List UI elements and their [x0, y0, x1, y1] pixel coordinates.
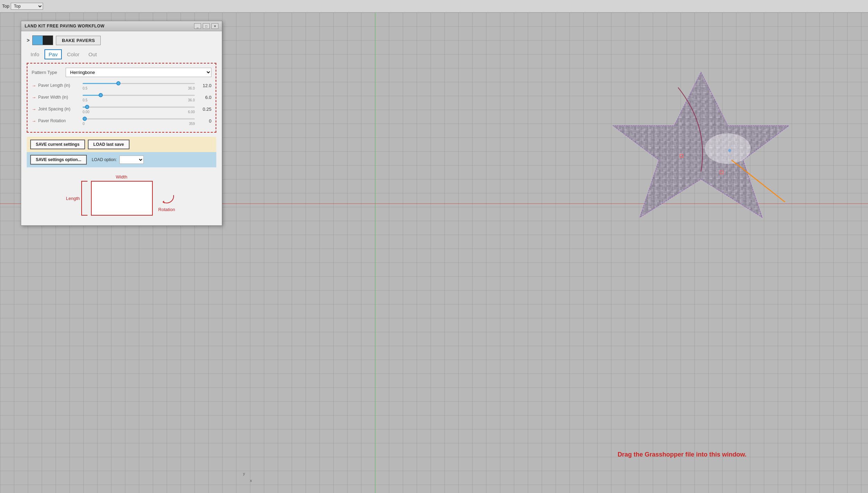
expand-arrow[interactable]: > — [27, 37, 30, 43]
dialog-top-row: > BAKE PAVERS — [27, 35, 216, 45]
dialog-titlebar[interactable]: LAND KIT FREE PAVING WORKFLOW _ □ ✕ — [21, 21, 222, 31]
maximize-button[interactable]: □ — [203, 23, 210, 29]
joint-spacing-thumb[interactable] — [85, 105, 89, 109]
svg-marker-26 — [162, 201, 165, 203]
pattern-type-select[interactable]: Herringbone Running Bond Stack Bond Bask… — [66, 68, 211, 77]
paver-length-row: → Paver Length (in) 0.5 36.0 12.0 — [32, 81, 211, 90]
paver-width-slider-container: 0.5 36.0 — [83, 92, 195, 102]
tab-info[interactable]: Info — [27, 50, 43, 59]
maximize-icon: □ — [205, 24, 207, 28]
load-option-select[interactable] — [119, 156, 144, 164]
paver-length-label: Paver Length (in) — [38, 83, 80, 88]
minimize-icon: _ — [197, 24, 199, 28]
minimize-button[interactable]: _ — [194, 23, 201, 29]
paver-length-fill — [83, 83, 118, 84]
tab-color[interactable]: Color — [63, 50, 83, 59]
paver-width-label: Paver Width (in) — [38, 95, 80, 100]
view-dropdown[interactable]: Top Front Right Perspective — [11, 3, 43, 10]
svg-point-21 — [705, 133, 751, 164]
rotation-label: Rotation — [158, 207, 175, 212]
tab-out[interactable]: Out — [85, 50, 101, 59]
paver-rotation-label: Paver Rotation — [38, 118, 80, 123]
paver-width-value: 6.0 — [198, 95, 211, 100]
tabs-row: Info Pav Color Out — [27, 49, 216, 59]
pattern-type-row: Pattern Type Herringbone Running Bond St… — [32, 68, 211, 77]
save-load-row2: SAVE settings option... LOAD option: — [27, 152, 216, 167]
save-current-button[interactable]: SAVE current settings — [30, 140, 85, 149]
joint-spacing-row: → Joint Spacing (in) 0.00 6.00 0.25 — [32, 104, 211, 114]
y-axis-line — [375, 12, 375, 493]
top-bar: Top Top Front Right Perspective — [0, 0, 868, 12]
pattern-type-label: Pattern Type — [32, 70, 63, 75]
pattern-section: Pattern Type Herringbone Running Bond St… — [27, 63, 216, 133]
svg-marker-20 — [613, 72, 789, 217]
drag-instruction: Drag the Grasshopper file into this wind… — [618, 451, 746, 458]
x-axis-label: x — [250, 478, 252, 483]
paver-width-thumb[interactable] — [99, 93, 103, 97]
paver-width-max: 36.0 — [188, 98, 195, 102]
load-last-button[interactable]: LOAD last save — [88, 140, 130, 149]
paver-length-min: 0.5 — [83, 86, 87, 90]
joint-spacing-max: 6.00 — [188, 110, 195, 114]
joint-spacing-slider-container: 0.00 6.00 — [83, 104, 195, 114]
paver-width-row: → Paver Width (in) 0.5 36.0 6.0 — [32, 92, 211, 102]
close-icon: ✕ — [214, 24, 216, 28]
paver-width-min: 0.5 — [83, 98, 87, 102]
paver-visualization — [573, 47, 816, 256]
paver-width-arrow: → — [32, 95, 36, 100]
svg-point-24 — [728, 149, 731, 152]
paver-length-value: 12.0 — [198, 83, 211, 88]
length-label: Length — [66, 196, 80, 201]
joint-spacing-arrow: → — [32, 107, 36, 112]
paver-rotation-value: 0 — [198, 118, 211, 124]
dialog-title: LAND KIT FREE PAVING WORKFLOW — [25, 24, 105, 28]
paver-rotation-max: 359 — [189, 122, 195, 126]
paver-rotation-thumb[interactable] — [83, 117, 87, 121]
y-axis-label: y — [243, 471, 245, 476]
paver-width-minmax: 0.5 36.0 — [83, 98, 195, 102]
close-button[interactable]: ✕ — [211, 23, 218, 29]
diagram-section: Width Length Rotation — [27, 171, 216, 221]
dialog-window: LAND KIT FREE PAVING WORKFLOW _ □ ✕ > BA… — [21, 21, 222, 226]
paver-rotation-arrow: → — [32, 118, 36, 124]
load-option-label: LOAD option: — [92, 157, 117, 162]
joint-spacing-minmax: 0.00 6.00 — [83, 110, 195, 114]
joint-spacing-min: 0.00 — [83, 110, 89, 114]
paver-rotation-min: 0 — [83, 122, 85, 126]
save-load-section: SAVE current settings LOAD last save SAV… — [27, 137, 216, 167]
paver-rotation-slider-container: 0 359 — [83, 116, 195, 126]
tab-pav[interactable]: Pav — [44, 49, 62, 59]
top-bar-label: Top — [2, 3, 9, 9]
diagram-main: Length Rotation — [66, 181, 177, 216]
paver-rotation-row: → Paver Rotation 0 359 0 — [32, 116, 211, 126]
joint-spacing-label: Joint Spacing (in) — [38, 107, 80, 111]
bake-button[interactable]: BAKE PAVERS — [56, 36, 101, 45]
dialog-body: > BAKE PAVERS Info Pav Color Out Pattern… — [21, 31, 222, 225]
joint-spacing-value: 0.25 — [198, 107, 211, 112]
rotation-arc-svg — [156, 185, 177, 206]
diagram-rect — [91, 181, 153, 216]
save-option-button[interactable]: SAVE settings option... — [30, 155, 87, 165]
paver-length-slider-container: 0.5 36.0 — [83, 81, 195, 90]
paver-width-fill — [83, 95, 101, 96]
paver-length-minmax: 0.5 36.0 — [83, 86, 195, 90]
paver-rotation-minmax: 0 359 — [83, 122, 195, 126]
paver-length-max: 36.0 — [188, 86, 195, 90]
color-swatch[interactable] — [32, 35, 53, 45]
diagram-width-label: Width — [116, 174, 127, 179]
paver-length-thumb[interactable] — [116, 81, 120, 85]
save-load-row1: SAVE current settings LOAD last save — [27, 137, 216, 152]
paver-length-arrow: → — [32, 83, 36, 88]
